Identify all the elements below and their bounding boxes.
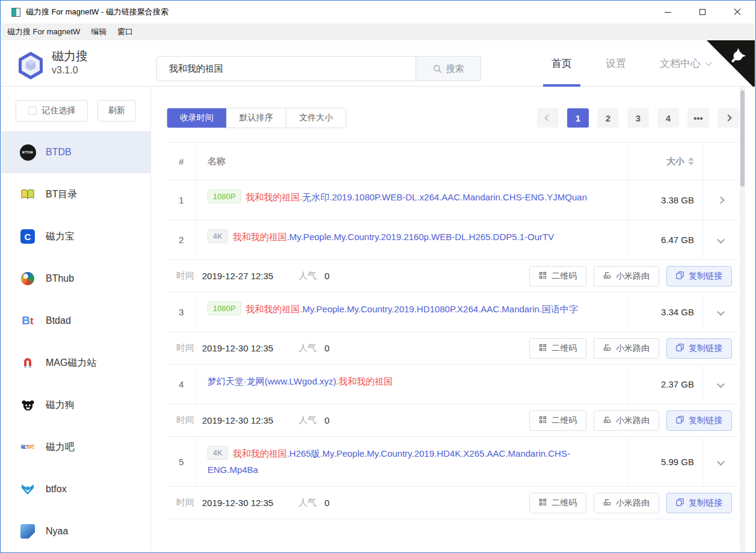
qrcode-button[interactable]: 二维码 [529, 338, 586, 359]
prev-page-button[interactable] [537, 108, 559, 128]
copy-link-button[interactable]: 复制链接 [666, 410, 732, 431]
source-sidebar: 记住选择 刷新 BTDBBTDBBT目录C磁力宝BThubBtBtdadMAG磁… [1, 87, 151, 552]
menu-item-0[interactable]: 磁力搜 For magnetW [1, 23, 85, 40]
result-row[interactable]: 31080P我和我的祖国.My.People.My.Country.2019.H… [167, 292, 738, 332]
time-value: 2019-12-30 12:35 [202, 415, 273, 425]
sidebar-item-bthub[interactable]: BThub [1, 258, 150, 300]
brand: 磁力搜 v3.1.0 [52, 48, 88, 77]
nav-item-label: 首页 [552, 57, 572, 70]
row-name: 梦幻天堂·龙网(www.LWgod.xyz).我和我的祖国 [197, 365, 628, 404]
name-text: .My.People.My.Country.2019.2160p.WEB-DL.… [287, 232, 554, 242]
page-button-1[interactable]: 1 [567, 108, 589, 128]
sidebar-item-ciliba[interactable]: 磁力吧磁力吧 [1, 426, 150, 468]
main-content: 收录时间默认排序文件大小 1234••• #名称大小11080P我和我的祖国.无… [151, 87, 755, 552]
xiaomi-router-button[interactable]: 小米路由 [594, 493, 659, 513]
qrcode-button[interactable]: 二维码 [529, 493, 586, 513]
page-button-more[interactable]: ••• [687, 108, 709, 128]
next-page-button[interactable] [718, 108, 739, 128]
refresh-button[interactable]: 刷新 [97, 100, 136, 122]
copy-link-button-label: 复制链接 [689, 343, 722, 354]
sort-carets-icon[interactable] [688, 157, 694, 165]
maximize-button[interactable] [685, 1, 720, 23]
sidebar-item-btdb[interactable]: BTDBBTDB [1, 131, 150, 173]
remember-selection-button[interactable]: 记住选择 [16, 100, 88, 122]
xiaomi-router-button-label: 小米路由 [616, 343, 650, 354]
sidebar-item-nyaa[interactable]: Nyaa [1, 510, 150, 552]
copy-icon [676, 498, 684, 508]
result-row[interactable]: 24K我和我的祖国.My.People.My.Country.2019.2160… [167, 220, 738, 260]
search-input[interactable] [156, 56, 416, 81]
nav-item-docs[interactable]: 文档中心 [660, 40, 710, 87]
nav-item-settings[interactable]: 设置 [606, 40, 626, 87]
qrcode-button[interactable]: 二维码 [529, 410, 586, 431]
popularity-label: 人气 [298, 270, 316, 282]
expand-toggle[interactable] [703, 437, 738, 486]
sidebar-item-label: btfox [46, 484, 67, 495]
github-corner-link[interactable] [707, 40, 755, 88]
column-header-size[interactable]: 大小 [628, 143, 703, 180]
sidebar-item-btfox[interactable]: btfox [1, 468, 150, 510]
close-button[interactable] [720, 1, 755, 23]
copy-link-button[interactable]: 复制链接 [666, 338, 732, 359]
chevron-left-icon [544, 114, 551, 121]
page-button-4[interactable]: 4 [657, 108, 679, 128]
qrcode-button-label: 二维码 [552, 271, 577, 282]
sort-tab-time[interactable]: 收录时间 [167, 108, 227, 128]
qrcode-button-label: 二维码 [552, 415, 577, 426]
menu-item-1[interactable]: 编辑 [85, 23, 112, 40]
expand-toggle[interactable] [703, 365, 738, 404]
sidebar-item-ciligou[interactable]: 磁力狗 [1, 384, 150, 426]
time-label: 时间 [176, 497, 194, 508]
copy-icon [676, 416, 684, 425]
result-detail-row: 时间2019-12-30 12:35人气0二维码小米路由复制链接 [167, 404, 738, 437]
nav-item-home[interactable]: 首页 [552, 40, 572, 87]
sidebar-item-label: Btdad [46, 315, 71, 326]
page-button-3[interactable]: 3 [627, 108, 649, 128]
row-index: 2 [167, 220, 197, 259]
copy-icon [676, 344, 684, 353]
name-text: .My.People.My.Country.2019.HD1080P.X264.… [300, 304, 578, 314]
title-bar: 磁力搜 For magnetW - 磁力链接聚合搜索 [1, 1, 755, 23]
expand-toggle[interactable] [703, 292, 738, 332]
sort-asc-icon [688, 157, 694, 161]
qrcode-icon [539, 498, 547, 508]
search-button[interactable]: 搜索 [416, 56, 481, 81]
minimize-button[interactable] [650, 1, 685, 23]
time-value: 2019-12-30 12:35 [202, 343, 273, 353]
sidebar-item-cilibao[interactable]: C磁力宝 [1, 215, 150, 258]
menu-item-2[interactable]: 窗口 [112, 23, 138, 40]
scrollbar-track [740, 87, 745, 552]
qrcode-button[interactable]: 二维码 [529, 266, 586, 286]
sidebar-item-btdad[interactable]: BtBtdad [1, 300, 150, 342]
expand-toggle[interactable] [703, 220, 738, 259]
copy-link-button[interactable]: 复制链接 [666, 493, 732, 513]
result-row[interactable]: 54K我和我的祖国.H265版.My.People.My.Country.201… [167, 437, 738, 487]
row-size: 3.34 GB [628, 292, 703, 332]
globe-icon [19, 270, 36, 287]
qrcode-icon [539, 271, 547, 281]
sort-tab-default[interactable]: 默认排序 [227, 108, 286, 128]
window-title: 磁力搜 For magnetW - 磁力链接聚合搜索 [26, 7, 168, 17]
expand-toggle[interactable] [703, 181, 738, 220]
xiaomi-router-button[interactable]: 小米路由 [594, 410, 659, 431]
copy-link-button[interactable]: 复制链接 [666, 266, 732, 286]
result-row[interactable]: 11080P我和我的祖国.无水印.2019.1080P.WEB-DL.x264.… [167, 181, 738, 220]
book-icon [19, 186, 36, 203]
sidebar-item-mag[interactable]: MAG磁力站 [1, 342, 150, 384]
xiaomi-router-button-label: 小米路由 [616, 415, 650, 426]
keyword-highlight: 我和我的祖国 [339, 376, 393, 386]
popularity-value: 0 [324, 498, 329, 508]
sort-tab-size[interactable]: 文件大小 [286, 108, 346, 128]
scrollbar-thumb[interactable] [740, 90, 745, 187]
xiaomi-router-button[interactable]: 小米路由 [594, 266, 659, 286]
xiaomi-router-button[interactable]: 小米路由 [594, 338, 659, 359]
sidebar-item-btmulu[interactable]: BT目录 [1, 173, 150, 215]
remember-checkbox[interactable] [28, 107, 37, 115]
time-label: 时间 [176, 415, 194, 426]
sidebar-item-label: 磁力宝 [46, 230, 75, 243]
router-icon [603, 416, 611, 425]
result-row[interactable]: 4梦幻天堂·龙网(www.LWgod.xyz).我和我的祖国2.37 GB [167, 365, 738, 404]
copy-icon [676, 271, 684, 281]
page-button-2[interactable]: 2 [597, 108, 619, 128]
result-detail-row: 时间2019-12-27 12:35人气0二维码小米路由复制链接 [167, 260, 738, 292]
